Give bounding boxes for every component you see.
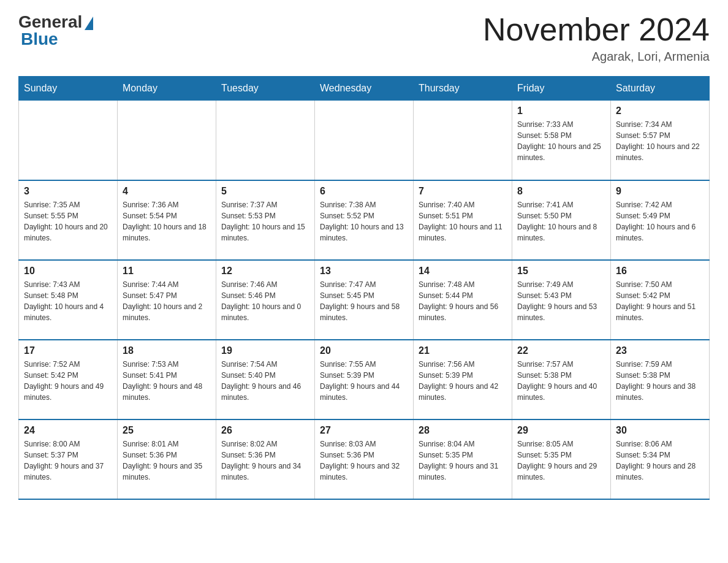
calendar-cell: 20Sunrise: 7:55 AM Sunset: 5:39 PM Dayli… [315,340,414,419]
day-number: 9 [616,186,704,197]
day-info: Sunrise: 7:40 AM Sunset: 5:51 PM Dayligh… [419,199,507,243]
day-number: 12 [221,266,309,277]
day-info: Sunrise: 8:00 AM Sunset: 5:37 PM Dayligh… [24,439,112,483]
calendar-header: SundayMondayTuesdayWednesdayThursdayFrid… [19,77,710,101]
day-info: Sunrise: 7:53 AM Sunset: 5:41 PM Dayligh… [123,359,211,403]
page-header: General Blue November 2024 Agarak, Lori,… [18,12,710,64]
day-number: 2 [616,105,704,117]
calendar-cell: 30Sunrise: 8:06 AM Sunset: 5:34 PM Dayli… [611,419,710,499]
calendar-cell: 25Sunrise: 8:01 AM Sunset: 5:36 PM Dayli… [118,419,216,499]
day-info: Sunrise: 7:47 AM Sunset: 5:45 PM Dayligh… [320,279,408,323]
day-number: 27 [320,425,408,436]
day-info: Sunrise: 8:03 AM Sunset: 5:36 PM Dayligh… [320,439,408,483]
day-number: 23 [616,345,704,356]
day-info: Sunrise: 7:33 AM Sunset: 5:58 PM Dayligh… [517,119,605,163]
calendar-cell: 16Sunrise: 7:50 AM Sunset: 5:42 PM Dayli… [611,260,710,340]
weekday-header-saturday: Saturday [611,77,710,101]
calendar-cell: 26Sunrise: 8:02 AM Sunset: 5:36 PM Dayli… [216,419,315,499]
day-info: Sunrise: 7:50 AM Sunset: 5:42 PM Dayligh… [616,279,704,323]
day-number: 26 [221,425,309,436]
day-info: Sunrise: 7:34 AM Sunset: 5:57 PM Dayligh… [616,119,704,163]
calendar-body: 1Sunrise: 7:33 AM Sunset: 5:58 PM Daylig… [19,101,710,499]
title-section: November 2024 Agarak, Lori, Armenia [483,12,710,64]
calendar-cell [19,101,118,180]
week-row-2: 3Sunrise: 7:35 AM Sunset: 5:55 PM Daylig… [19,180,710,260]
day-info: Sunrise: 8:01 AM Sunset: 5:36 PM Dayligh… [123,439,211,483]
calendar-cell: 14Sunrise: 7:48 AM Sunset: 5:44 PM Dayli… [414,260,512,340]
day-number: 13 [320,266,408,277]
day-info: Sunrise: 8:05 AM Sunset: 5:35 PM Dayligh… [517,439,605,483]
day-number: 7 [419,186,507,197]
calendar-cell: 21Sunrise: 7:56 AM Sunset: 5:39 PM Dayli… [414,340,512,419]
day-number: 19 [221,345,309,356]
day-number: 4 [123,186,211,197]
day-info: Sunrise: 7:37 AM Sunset: 5:53 PM Dayligh… [221,199,309,243]
day-info: Sunrise: 7:36 AM Sunset: 5:54 PM Dayligh… [123,199,211,243]
day-number: 6 [320,186,408,197]
calendar-cell [414,101,512,180]
calendar-cell: 10Sunrise: 7:43 AM Sunset: 5:48 PM Dayli… [19,260,118,340]
day-info: Sunrise: 7:49 AM Sunset: 5:43 PM Dayligh… [517,279,605,323]
day-info: Sunrise: 7:54 AM Sunset: 5:40 PM Dayligh… [221,359,309,403]
day-info: Sunrise: 7:55 AM Sunset: 5:39 PM Dayligh… [320,359,408,403]
day-number: 28 [419,425,507,436]
day-info: Sunrise: 7:52 AM Sunset: 5:42 PM Dayligh… [24,359,112,403]
calendar-cell: 23Sunrise: 7:59 AM Sunset: 5:38 PM Dayli… [611,340,710,419]
day-info: Sunrise: 7:35 AM Sunset: 5:55 PM Dayligh… [24,199,112,243]
day-number: 24 [24,425,112,436]
logo: General Blue [18,12,93,49]
calendar-cell [315,101,414,180]
calendar-cell: 12Sunrise: 7:46 AM Sunset: 5:46 PM Dayli… [216,260,315,340]
day-info: Sunrise: 8:02 AM Sunset: 5:36 PM Dayligh… [221,439,309,483]
weekday-header-monday: Monday [118,77,216,101]
calendar-cell: 4Sunrise: 7:36 AM Sunset: 5:54 PM Daylig… [118,180,216,260]
calendar-cell: 24Sunrise: 8:00 AM Sunset: 5:37 PM Dayli… [19,419,118,499]
day-info: Sunrise: 7:38 AM Sunset: 5:52 PM Dayligh… [320,199,408,243]
day-number: 3 [24,186,112,197]
calendar-cell [216,101,315,180]
days-of-week-row: SundayMondayTuesdayWednesdayThursdayFrid… [19,77,710,101]
week-row-1: 1Sunrise: 7:33 AM Sunset: 5:58 PM Daylig… [19,101,710,180]
location-subtitle: Agarak, Lori, Armenia [483,50,710,64]
day-info: Sunrise: 7:42 AM Sunset: 5:49 PM Dayligh… [616,199,704,243]
weekday-header-thursday: Thursday [414,77,512,101]
day-info: Sunrise: 7:44 AM Sunset: 5:47 PM Dayligh… [123,279,211,323]
calendar-cell: 6Sunrise: 7:38 AM Sunset: 5:52 PM Daylig… [315,180,414,260]
week-row-3: 10Sunrise: 7:43 AM Sunset: 5:48 PM Dayli… [19,260,710,340]
calendar-cell: 5Sunrise: 7:37 AM Sunset: 5:53 PM Daylig… [216,180,315,260]
calendar-cell [118,101,216,180]
month-title: November 2024 [483,12,710,47]
day-number: 22 [517,345,605,356]
calendar-cell: 27Sunrise: 8:03 AM Sunset: 5:36 PM Dayli… [315,419,414,499]
weekday-header-sunday: Sunday [19,77,118,101]
calendar-cell: 8Sunrise: 7:41 AM Sunset: 5:50 PM Daylig… [512,180,611,260]
day-number: 5 [221,186,309,197]
day-info: Sunrise: 7:43 AM Sunset: 5:48 PM Dayligh… [24,279,112,323]
calendar-cell: 15Sunrise: 7:49 AM Sunset: 5:43 PM Dayli… [512,260,611,340]
calendar-table: SundayMondayTuesdayWednesdayThursdayFrid… [18,76,710,500]
day-number: 11 [123,266,211,277]
calendar-cell: 22Sunrise: 7:57 AM Sunset: 5:38 PM Dayli… [512,340,611,419]
calendar-cell: 9Sunrise: 7:42 AM Sunset: 5:49 PM Daylig… [611,180,710,260]
day-number: 10 [24,266,112,277]
day-number: 21 [419,345,507,356]
logo-triangle-icon [85,17,93,30]
day-info: Sunrise: 7:56 AM Sunset: 5:39 PM Dayligh… [419,359,507,403]
calendar-cell: 17Sunrise: 7:52 AM Sunset: 5:42 PM Dayli… [19,340,118,419]
calendar-cell: 1Sunrise: 7:33 AM Sunset: 5:58 PM Daylig… [512,101,611,180]
calendar-cell: 18Sunrise: 7:53 AM Sunset: 5:41 PM Dayli… [118,340,216,419]
day-info: Sunrise: 7:46 AM Sunset: 5:46 PM Dayligh… [221,279,309,323]
day-number: 25 [123,425,211,436]
weekday-header-friday: Friday [512,77,611,101]
calendar-cell: 3Sunrise: 7:35 AM Sunset: 5:55 PM Daylig… [19,180,118,260]
day-info: Sunrise: 7:41 AM Sunset: 5:50 PM Dayligh… [517,199,605,243]
weekday-header-tuesday: Tuesday [216,77,315,101]
calendar-cell: 28Sunrise: 8:04 AM Sunset: 5:35 PM Dayli… [414,419,512,499]
calendar-cell: 19Sunrise: 7:54 AM Sunset: 5:40 PM Dayli… [216,340,315,419]
day-number: 8 [517,186,605,197]
calendar-cell: 13Sunrise: 7:47 AM Sunset: 5:45 PM Dayli… [315,260,414,340]
day-number: 29 [517,425,605,436]
logo-blue-text: Blue [21,29,58,49]
week-row-4: 17Sunrise: 7:52 AM Sunset: 5:42 PM Dayli… [19,340,710,419]
day-info: Sunrise: 7:57 AM Sunset: 5:38 PM Dayligh… [517,359,605,403]
